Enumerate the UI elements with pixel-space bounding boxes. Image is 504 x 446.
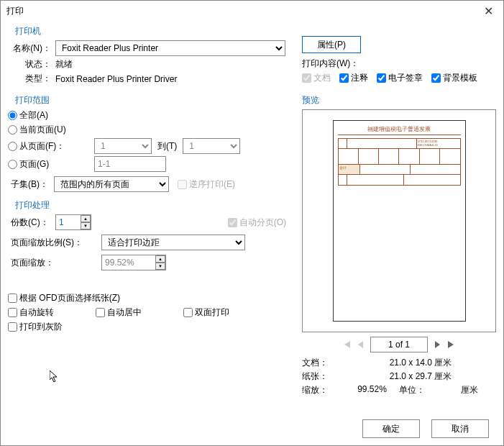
paper-size-value: 21.0 x 29.7 厘米 (345, 370, 496, 383)
unit-label: 单位： (399, 384, 442, 396)
subset-select[interactable]: 范围内的所有页面 (54, 176, 169, 192)
range-current-radio[interactable]: 当前页面(U) (8, 124, 66, 136)
ok-button[interactable]: 确定 (362, 419, 420, 438)
scale-label: 页面缩放： (11, 257, 97, 269)
subset-label: 子集(B)： (11, 178, 50, 191)
prev-page-icon[interactable] (356, 340, 366, 350)
print-gray-checkbox[interactable]: 打印到灰阶 (8, 321, 63, 333)
duplex-checkbox[interactable]: 双面打印 (183, 306, 229, 319)
page-nav (302, 337, 496, 352)
page-indicator-input[interactable] (370, 337, 428, 352)
range-from-radio[interactable]: 从页面(F)： (8, 140, 94, 153)
titlebar: 打印 ✕ (1, 1, 503, 21)
printer-type-label: 类型： (8, 73, 51, 85)
preview-pane: 福建增值税电子普通发票 0731-85714236430121MA4L16 合计 (302, 109, 496, 332)
zoom-info-label: 缩放： (302, 384, 345, 396)
range-to-select[interactable]: 1 (183, 138, 240, 154)
printer-status-value: 就绪 (55, 58, 73, 70)
copies-label: 份数(C)： (11, 217, 51, 229)
last-page-icon[interactable] (446, 340, 457, 350)
content-doc-checkbox: 文档 (302, 72, 331, 84)
printer-type-value: Foxit Reader Plus Printer Driver (55, 74, 177, 84)
copies-spinner[interactable]: ▲▼ (81, 215, 91, 229)
zoom-info-value: 99.52% (345, 384, 399, 396)
ofd-paper-checkbox[interactable]: 根据 OFD页面选择纸张(Z) (8, 292, 120, 304)
reverse-checkbox: 逆序打印(E) (178, 178, 235, 191)
scale-spinner[interactable]: ▲▼ (155, 255, 165, 270)
scale-mode-select[interactable]: 适合打印边距 (101, 235, 245, 250)
content-esign-checkbox[interactable]: 电子签章 (377, 72, 423, 84)
print-content-label: 打印内容(W)： (302, 58, 359, 70)
collate-checkbox: 自动分页(O) (228, 217, 286, 229)
content-annot-checkbox[interactable]: 注释 (339, 72, 368, 84)
invoice-title: 福建增值税电子普通发票 (338, 125, 461, 135)
printer-name-label: 名称(N)： (8, 42, 51, 55)
preview-section-title: 预览 (302, 94, 496, 106)
cancel-button[interactable]: 取消 (431, 419, 489, 438)
close-icon[interactable]: ✕ (480, 4, 498, 18)
auto-rotate-checkbox[interactable]: 自动旋转 (8, 306, 87, 319)
range-pages-input[interactable] (94, 156, 166, 172)
scale-mode-label: 页面缩放比例(S)： (11, 237, 97, 249)
printer-status-label: 状态： (8, 58, 51, 70)
range-all-radio[interactable]: 全部(A) (8, 109, 48, 122)
paper-size-label: 纸张： (302, 370, 345, 383)
preview-page: 福建增值税电子普通发票 0731-85714236430121MA4L16 合计 (333, 120, 466, 322)
auto-center-checkbox[interactable]: 自动居中 (96, 306, 175, 319)
content-bgtpl-checkbox[interactable]: 背景模板 (431, 72, 477, 84)
printer-name-select[interactable]: Foxit Reader Plus Printer (55, 40, 285, 56)
range-to-label: 到(T) (157, 140, 177, 153)
range-section-title: 打印范围 (15, 94, 295, 106)
printer-section-title: 打印机 (15, 25, 295, 37)
doc-size-value: 21.0 x 14.0 厘米 (345, 357, 496, 369)
preview-info: 文档：21.0 x 14.0 厘米 纸张：21.0 x 29.7 厘米 缩放：9… (302, 357, 496, 396)
dialog-title: 打印 (6, 5, 480, 17)
dialog-footer: 确定 取消 (362, 419, 489, 438)
properties-button[interactable]: 属性(P) (302, 36, 361, 53)
next-page-icon[interactable] (432, 340, 442, 350)
unit-value: 厘米 (442, 384, 496, 396)
range-from-select[interactable]: 1 (94, 138, 152, 154)
handling-section-title: 打印处理 (15, 199, 295, 211)
range-pages-radio[interactable]: 页面(G) (8, 158, 94, 170)
first-page-icon[interactable] (342, 340, 352, 350)
doc-size-label: 文档： (302, 357, 345, 369)
